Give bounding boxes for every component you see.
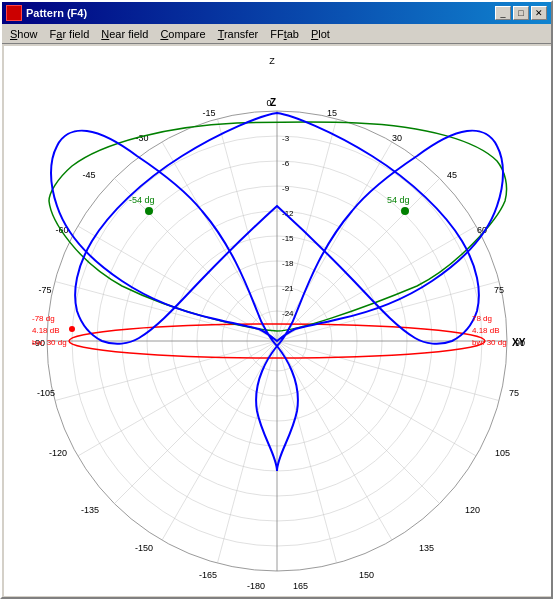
svg-text:-15: -15 xyxy=(202,108,215,118)
svg-text:-150: -150 xyxy=(135,543,153,553)
svg-text:30: 30 xyxy=(392,133,402,143)
svg-text:-15: -15 xyxy=(282,234,294,243)
svg-text:-18: -18 xyxy=(282,259,294,268)
app-icon xyxy=(6,5,22,21)
polar-chart: -3 -6 -9 -12 -15 -18 -21 -24 0 -15 15 -3… xyxy=(4,46,551,596)
svg-text:-21: -21 xyxy=(282,284,294,293)
svg-text:-78 dg: -78 dg xyxy=(32,314,55,323)
menu-bar: Show Far field Near field Compare Transf… xyxy=(2,24,551,44)
main-window: Pattern (F4) _ □ ✕ Show Far field Near f… xyxy=(0,0,553,599)
svg-text:54 dg: 54 dg xyxy=(387,195,410,205)
svg-text:75: 75 xyxy=(509,388,519,398)
svg-text:78 dg: 78 dg xyxy=(472,314,492,323)
svg-text:4.18 dB: 4.18 dB xyxy=(32,326,60,335)
svg-text:4.18 dB: 4.18 dB xyxy=(472,326,500,335)
svg-text:-45: -45 xyxy=(82,170,95,180)
svg-text:45: 45 xyxy=(447,170,457,180)
svg-text:-135: -135 xyxy=(81,505,99,515)
svg-text:105: 105 xyxy=(495,448,510,458)
svg-text:-120: -120 xyxy=(49,448,67,458)
chart-area: Tot-gain [dBi] Vertical plane 100 MHz xyxy=(4,46,551,596)
svg-text:15: 15 xyxy=(327,108,337,118)
maximize-button[interactable]: □ xyxy=(513,6,529,20)
svg-text:bw: 30 dg: bw: 30 dg xyxy=(472,338,507,347)
svg-text:-6: -6 xyxy=(282,159,290,168)
svg-text:-24: -24 xyxy=(282,309,294,318)
svg-text:Z: Z xyxy=(269,56,275,66)
title-bar-text: Pattern (F4) xyxy=(6,5,87,21)
svg-text:-3: -3 xyxy=(282,134,290,143)
svg-text:-9: -9 xyxy=(282,184,290,193)
minimize-button[interactable]: _ xyxy=(495,6,511,20)
svg-text:-54 dg: -54 dg xyxy=(129,195,155,205)
svg-text:-105: -105 xyxy=(37,388,55,398)
menu-fftab[interactable]: FFtab xyxy=(264,26,305,42)
menu-plot[interactable]: Plot xyxy=(305,26,336,42)
svg-text:120: 120 xyxy=(465,505,480,515)
menu-transfer[interactable]: Transfer xyxy=(212,26,265,42)
svg-text:-180: -180 xyxy=(247,581,265,591)
menu-show[interactable]: Show xyxy=(4,26,44,42)
title-bar: Pattern (F4) _ □ ✕ xyxy=(2,2,551,24)
close-button[interactable]: ✕ xyxy=(531,6,547,20)
menu-farfield[interactable]: Far field xyxy=(44,26,96,42)
svg-point-70 xyxy=(69,326,75,332)
svg-point-68 xyxy=(145,207,153,215)
menu-nearfield[interactable]: Near field xyxy=(95,26,154,42)
svg-text:75: 75 xyxy=(494,285,504,295)
title-bar-buttons: _ □ ✕ xyxy=(495,6,547,20)
menu-compare[interactable]: Compare xyxy=(154,26,211,42)
svg-text:90: 90 xyxy=(515,338,525,348)
svg-text:-75: -75 xyxy=(38,285,51,295)
svg-text:bw: 30 dg: bw: 30 dg xyxy=(32,338,67,347)
svg-text:165: 165 xyxy=(293,581,308,591)
svg-text:135: 135 xyxy=(419,543,434,553)
svg-text:150: 150 xyxy=(359,570,374,580)
window-title: Pattern (F4) xyxy=(26,7,87,19)
svg-text:Z: Z xyxy=(270,97,276,108)
svg-point-69 xyxy=(401,207,409,215)
svg-text:-165: -165 xyxy=(199,570,217,580)
